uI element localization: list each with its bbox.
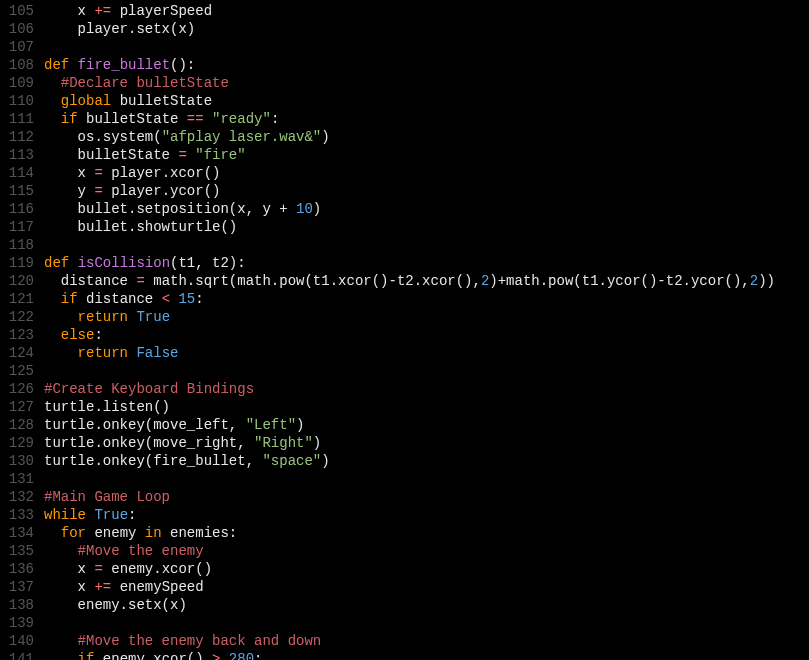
code-line[interactable]: return True xyxy=(44,308,809,326)
code-line[interactable]: while True: xyxy=(44,506,809,524)
token-id: x xyxy=(78,561,95,577)
code-line[interactable]: turtle.listen() xyxy=(44,398,809,416)
token-id: bulletState xyxy=(111,93,212,109)
code-line[interactable]: enemy.setx(x) xyxy=(44,596,809,614)
line-number: 118 xyxy=(0,236,34,254)
line-number: 131 xyxy=(0,470,34,488)
token-id: turtle.listen() xyxy=(44,399,170,415)
code-line[interactable]: player.setx(x) xyxy=(44,20,809,38)
token-kw: if xyxy=(61,291,78,307)
line-number: 139 xyxy=(0,614,34,632)
token-id: playerSpeed xyxy=(111,3,212,19)
token-id: x xyxy=(78,3,95,19)
token-id: bulletState xyxy=(78,147,179,163)
code-line[interactable]: y = player.ycor() xyxy=(44,182,809,200)
line-number: 119 xyxy=(0,254,34,272)
code-line[interactable] xyxy=(44,236,809,254)
token-id xyxy=(69,57,77,73)
token-cm: #Main Game Loop xyxy=(44,489,170,505)
code-line[interactable]: def isCollision(t1, t2): xyxy=(44,254,809,272)
token-cm: #Declare bulletState xyxy=(61,75,229,91)
token-cm: #Move the enemy back and down xyxy=(78,633,322,649)
code-line[interactable]: x += enemySpeed xyxy=(44,578,809,596)
line-number: 114 xyxy=(0,164,34,182)
line-number: 121 xyxy=(0,290,34,308)
token-id: player.xcor() xyxy=(103,165,221,181)
token-kw: for xyxy=(61,525,86,541)
token-kw: global xyxy=(61,93,111,109)
code-line[interactable]: if distance < 15: xyxy=(44,290,809,308)
token-id: player.setx(x) xyxy=(78,21,196,37)
code-line[interactable]: #Move the enemy xyxy=(44,542,809,560)
code-line[interactable]: bullet.setposition(x, y + 10) xyxy=(44,200,809,218)
token-id: turtle.onkey(move_left, xyxy=(44,417,246,433)
code-line[interactable]: global bulletState xyxy=(44,92,809,110)
line-number: 111 xyxy=(0,110,34,128)
line-number: 110 xyxy=(0,92,34,110)
token-str: "Left" xyxy=(246,417,296,433)
token-id: player.ycor() xyxy=(103,183,221,199)
token-str: "space" xyxy=(262,453,321,469)
line-number: 141 xyxy=(0,650,34,660)
token-id: ) xyxy=(313,435,321,451)
line-number: 109 xyxy=(0,74,34,92)
token-bool: True xyxy=(94,507,128,523)
line-number: 137 xyxy=(0,578,34,596)
token-bool: True xyxy=(136,309,170,325)
code-line[interactable] xyxy=(44,614,809,632)
token-str: "fire" xyxy=(195,147,245,163)
token-id: os.system( xyxy=(78,129,162,145)
token-num: 10 xyxy=(296,201,313,217)
line-number: 115 xyxy=(0,182,34,200)
code-line[interactable]: else: xyxy=(44,326,809,344)
code-line[interactable]: #Main Game Loop xyxy=(44,488,809,506)
code-line[interactable]: x = player.xcor() xyxy=(44,164,809,182)
code-line[interactable]: turtle.onkey(fire_bullet, "space") xyxy=(44,452,809,470)
code-line[interactable]: #Declare bulletState xyxy=(44,74,809,92)
code-line[interactable]: return False xyxy=(44,344,809,362)
line-number: 125 xyxy=(0,362,34,380)
token-id xyxy=(69,255,77,271)
line-number: 112 xyxy=(0,128,34,146)
token-kw: while xyxy=(44,507,86,523)
code-line[interactable]: x += playerSpeed xyxy=(44,2,809,20)
token-def: fire_bullet xyxy=(78,57,170,73)
line-number: 124 xyxy=(0,344,34,362)
code-line[interactable]: if bulletState == "ready": xyxy=(44,110,809,128)
token-kw: if xyxy=(78,651,95,660)
token-id: : xyxy=(195,291,203,307)
code-line[interactable]: def fire_bullet(): xyxy=(44,56,809,74)
token-id: math.sqrt(math.pow(t1.xcor()-t2.xcor(), xyxy=(145,273,481,289)
token-kw: def xyxy=(44,57,69,73)
token-op: = xyxy=(94,165,102,181)
token-id: distance xyxy=(61,273,137,289)
line-number: 108 xyxy=(0,56,34,74)
token-id: (): xyxy=(170,57,195,73)
code-line[interactable]: turtle.onkey(move_right, "Right") xyxy=(44,434,809,452)
line-number: 107 xyxy=(0,38,34,56)
token-num: 2 xyxy=(750,273,758,289)
code-line[interactable] xyxy=(44,362,809,380)
code-line[interactable] xyxy=(44,470,809,488)
line-number: 134 xyxy=(0,524,34,542)
line-number: 113 xyxy=(0,146,34,164)
code-line[interactable]: if enemy.xcor() > 280: xyxy=(44,650,809,660)
line-number: 120 xyxy=(0,272,34,290)
code-line[interactable]: #Move the enemy back and down xyxy=(44,632,809,650)
code-line[interactable] xyxy=(44,38,809,56)
code-line[interactable]: distance = math.sqrt(math.pow(t1.xcor()-… xyxy=(44,272,809,290)
code-line[interactable]: bullet.showturtle() xyxy=(44,218,809,236)
code-line[interactable]: os.system("afplay laser.wav&") xyxy=(44,128,809,146)
code-editor-content[interactable]: x += playerSpeed player.setx(x) def fire… xyxy=(44,0,809,660)
token-id: : xyxy=(128,507,136,523)
code-line[interactable]: for enemy in enemies: xyxy=(44,524,809,542)
token-op: = xyxy=(178,147,186,163)
token-id: enemy.xcor() xyxy=(103,561,212,577)
code-line[interactable]: x = enemy.xcor() xyxy=(44,560,809,578)
code-line[interactable]: #Create Keyboard Bindings xyxy=(44,380,809,398)
token-op: < xyxy=(162,291,170,307)
code-line[interactable]: turtle.onkey(move_left, "Left") xyxy=(44,416,809,434)
line-number: 116 xyxy=(0,200,34,218)
token-kw: else xyxy=(61,327,95,343)
code-line[interactable]: bulletState = "fire" xyxy=(44,146,809,164)
